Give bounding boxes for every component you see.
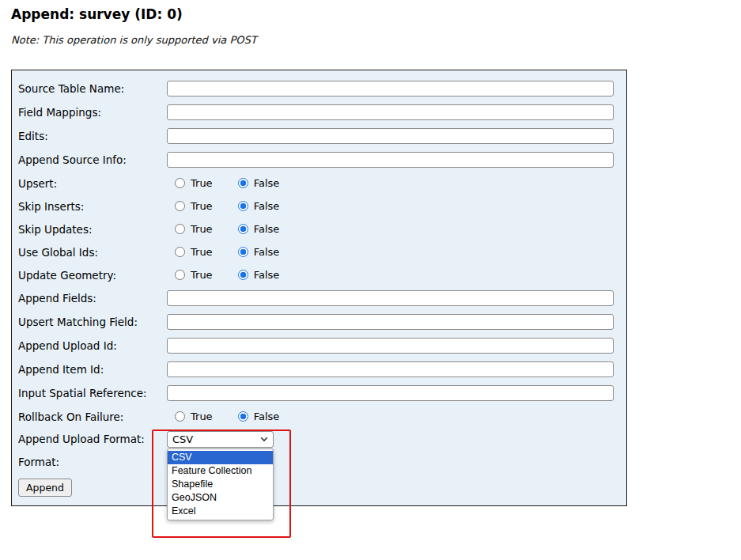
update-geometry-false-radio[interactable] [238,270,248,280]
form-row-append-source-info: Append Source Info: [18,148,620,172]
skip-updates-label: Skip Updates: [18,223,167,236]
field-mappings-input[interactable] [167,104,614,120]
rollback-on-failure-true-radio[interactable] [175,411,185,422]
skip-inserts-radio-group: True False [175,200,279,212]
dropdown-option-feature-collection[interactable]: Feature Collection [168,464,273,478]
form-row-format: Format: [18,450,620,474]
page: Append: survey (ID: 0) Note: This operat… [0,0,741,560]
edits-label: Edits: [18,130,167,142]
rollback-on-failure-label: Rollback On Failure: [18,411,167,423]
skip-inserts-false-label: False [254,200,280,212]
source-table-name-label: Source Table Name: [18,82,167,95]
use-global-ids-false-radio[interactable] [238,247,248,257]
append-upload-id-label: Append Upload Id: [18,339,167,352]
append-button[interactable]: Append [18,479,72,497]
upload-format-dropdown-list: CSV Feature Collection Shapefile GeoJSON… [167,448,274,520]
skip-inserts-false-radio[interactable] [238,201,248,211]
upsert-matching-field-input[interactable] [167,314,614,330]
edits-input[interactable] [167,128,614,144]
append-item-id-input[interactable] [167,361,614,377]
form-row-rollback-on-failure: Rollback On Failure: True False [18,405,620,428]
skip-inserts-label: Skip Inserts: [18,200,167,213]
use-global-ids-radio-group: True False [175,246,279,258]
upsert-true-radio[interactable] [175,178,185,188]
upsert-label: Upsert: [18,177,167,190]
update-geometry-true-radio[interactable] [175,270,185,280]
use-global-ids-label: Use Global Ids: [18,246,167,259]
append-source-info-input[interactable] [167,152,614,168]
input-spatial-reference-label: Input Spatial Reference: [18,387,167,399]
form-row-upsert: Upsert: True False [18,172,620,195]
use-global-ids-true-radio[interactable] [175,247,185,257]
dropdown-option-excel[interactable]: Excel [168,505,273,518]
upsert-radio-group: True False [175,177,279,189]
update-geometry-false-label: False [254,269,280,281]
update-geometry-label: Update Geometry: [18,269,167,282]
format-label: Format: [18,456,167,468]
form-row-field-mappings: Field Mappings: [18,100,620,124]
append-upload-format-selected-value: CSV [172,433,193,445]
rollback-on-failure-false-radio[interactable] [238,411,248,422]
append-item-id-label: Append Item Id: [18,363,167,376]
chevron-down-icon [260,437,268,442]
form-row-input-spatial-reference: Input Spatial Reference: [18,381,620,405]
form-row-source-table-name: Source Table Name: [18,77,620,100]
update-geometry-true-label: True [191,269,213,281]
use-global-ids-false-label: False [254,246,280,258]
rollback-on-failure-true-label: True [191,411,213,422]
upsert-matching-field-label: Upsert Matching Field: [18,316,167,328]
form-row-skip-updates: Skip Updates: True False [18,218,620,240]
skip-updates-false-label: False [254,223,280,235]
dropdown-option-csv[interactable]: CSV [168,451,273,464]
append-upload-format-select-wrap: CSV CSV Feature Collection Shapefile Geo… [167,431,274,448]
form-row-use-global-ids: Use Global Ids: True False [18,240,620,263]
skip-updates-true-radio[interactable] [175,224,185,234]
form-row-skip-inserts: Skip Inserts: True False [18,195,620,218]
page-title: Append: survey (ID: 0) [0,0,741,22]
append-fields-input[interactable] [167,290,614,306]
append-form: Source Table Name: Field Mappings: Edits… [11,70,627,506]
form-row-append-fields: Append Fields: [18,286,620,310]
upsert-false-radio[interactable] [238,178,248,188]
post-note: Note: This operation is only supported v… [11,34,741,46]
skip-updates-false-radio[interactable] [238,224,248,234]
skip-updates-true-label: True [191,223,213,235]
input-spatial-reference-input[interactable] [167,385,614,401]
form-row-append-item-id: Append Item Id: [18,358,620,381]
form-row-submit: Append [18,474,620,501]
update-geometry-radio-group: True False [175,269,279,281]
skip-updates-radio-group: True False [175,223,279,235]
append-upload-id-input[interactable] [167,338,614,354]
dropdown-option-geojson[interactable]: GeoJSON [168,491,273,505]
field-mappings-label: Field Mappings: [18,106,167,119]
skip-inserts-true-label: True [191,200,213,212]
form-row-update-geometry: Update Geometry: True False [18,263,620,286]
append-source-info-label: Append Source Info: [18,153,167,166]
use-global-ids-true-label: True [191,246,213,258]
dropdown-option-shapefile[interactable]: Shapefile [168,478,273,491]
skip-inserts-true-radio[interactable] [175,201,185,211]
append-upload-format-label: Append Upload Format: [18,433,167,445]
append-fields-label: Append Fields: [18,292,167,305]
form-row-append-upload-id: Append Upload Id: [18,334,620,358]
form-row-edits: Edits: [18,124,620,148]
form-row-upsert-matching-field: Upsert Matching Field: [18,310,620,334]
source-table-name-input[interactable] [167,81,614,96]
form-row-append-upload-format: Append Upload Format: CSV CSV Feature Co… [18,428,620,450]
rollback-on-failure-false-label: False [254,411,280,422]
upsert-false-label: False [254,177,280,189]
append-upload-format-select[interactable]: CSV [167,431,274,448]
rollback-on-failure-radio-group: True False [175,411,279,422]
upsert-true-label: True [191,177,213,189]
